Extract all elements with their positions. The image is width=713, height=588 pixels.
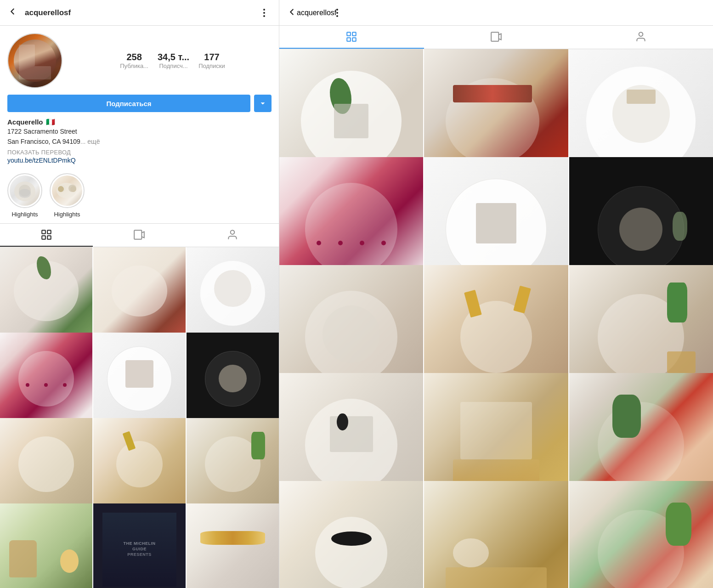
right-grid-cell[interactable] — [424, 481, 568, 588]
following-stat[interactable]: 177 Подписки — [198, 51, 225, 70]
svg-point-5 — [230, 230, 234, 234]
svg-rect-2 — [42, 236, 45, 239]
highlight-label-1: Highlights — [11, 211, 38, 218]
svg-rect-4 — [135, 230, 142, 239]
highlight-image-1 — [10, 175, 40, 206]
back-button[interactable] — [7, 6, 17, 19]
dot — [263, 12, 265, 14]
grid-cell[interactable] — [93, 333, 186, 425]
tab-igtv[interactable] — [93, 224, 186, 247]
restaurant-name: Acquerello — [7, 118, 43, 126]
right-panel: acquerellosf — [279, 0, 713, 588]
tagged-icon — [226, 229, 238, 241]
right-tabs — [279, 26, 713, 49]
right-photo-grid — [279, 49, 713, 588]
grid-cell[interactable] — [187, 503, 279, 588]
profile-stats: 258 Публика... 34,5 т... Подписч... 177 … — [74, 51, 272, 70]
subscribe-button[interactable]: Подписаться — [7, 95, 250, 112]
right-profile-username: acquerellosf — [297, 9, 336, 17]
avatar[interactable] — [7, 33, 62, 88]
highlight-image-2 — [52, 175, 82, 206]
bio-section: Acquerello 🇮🇹 1722 Sacramento Street San… — [0, 112, 279, 168]
svg-rect-0 — [42, 230, 45, 234]
dot — [263, 15, 265, 17]
address-city: San Francisco, CA 94109 — [7, 138, 80, 145]
highlight-inner-2 — [52, 175, 82, 206]
dot — [263, 9, 265, 11]
dot — [336, 12, 338, 14]
following-label: Подписки — [198, 62, 225, 70]
bio-link[interactable]: youtu.be/tzENLtDPmkQ — [7, 157, 272, 164]
grid-cell[interactable] — [0, 503, 92, 588]
bio-more[interactable]: ... ещё — [80, 138, 100, 145]
highlight-item-1[interactable]: Highlights — [7, 173, 42, 218]
left-header: acquerellosf — [0, 0, 279, 26]
svg-rect-6 — [347, 32, 351, 36]
grid-icon — [40, 229, 52, 241]
highlight-circle-1 — [7, 173, 42, 208]
posts-count: 258 — [126, 51, 141, 62]
svg-rect-9 — [352, 38, 356, 41]
right-grid-cell[interactable] — [279, 481, 423, 588]
left-photo-grid: THE MICHELIN GUIDEPRESENTS — [0, 247, 279, 588]
grid-cell[interactable] — [187, 418, 279, 510]
svg-rect-3 — [47, 236, 51, 239]
grid-cell[interactable] — [187, 333, 279, 425]
followers-stat[interactable]: 34,5 т... Подписч... — [158, 51, 189, 70]
subscribe-row: Подписаться — [7, 95, 272, 112]
right-tab-tagged[interactable] — [568, 26, 713, 49]
profile-top: 258 Публика... 34,5 т... Подписч... 177 … — [7, 33, 272, 88]
right-back-button[interactable] — [287, 7, 297, 19]
followers-label: Подписч... — [159, 62, 187, 70]
bio-name: Acquerello 🇮🇹 — [7, 118, 272, 126]
avatar-image — [8, 34, 62, 87]
highlight-label-2: Highlights — [54, 211, 80, 218]
flag-icon: 🇮🇹 — [46, 118, 55, 126]
svg-point-11 — [639, 32, 643, 36]
highlight-inner-1 — [10, 175, 40, 206]
dot — [336, 15, 338, 17]
followers-count: 34,5 т... — [158, 51, 189, 62]
svg-rect-7 — [352, 32, 356, 36]
right-more-options-button[interactable] — [336, 9, 338, 17]
profile-username: acquerellosf — [25, 8, 257, 17]
tab-grid[interactable] — [0, 224, 93, 247]
right-grid-icon — [345, 31, 357, 43]
subscribe-dropdown-button[interactable] — [254, 95, 272, 112]
tab-tagged[interactable] — [186, 224, 279, 247]
profile-section: 258 Публика... 34,5 т... Подписч... 177 … — [0, 26, 279, 112]
grid-cell[interactable] — [187, 247, 279, 339]
svg-rect-8 — [347, 38, 351, 41]
highlight-circle-2 — [50, 173, 85, 208]
show-translation[interactable]: ПОКАЗАТЬ ПЕРЕВОД — [7, 149, 272, 156]
grid-cell[interactable] — [0, 418, 92, 510]
dot — [336, 9, 338, 11]
posts-label: Публика... — [120, 62, 148, 70]
right-tab-igtv[interactable] — [424, 26, 569, 49]
posts-stat[interactable]: 258 Публика... — [120, 51, 148, 70]
right-igtv-icon — [490, 31, 502, 43]
right-header: acquerellosf — [279, 0, 713, 26]
grid-cell[interactable] — [93, 247, 186, 339]
igtv-icon — [133, 229, 145, 241]
left-panel: acquerellosf 258 Публика... — [0, 0, 279, 588]
left-tabs — [0, 223, 279, 247]
svg-rect-10 — [491, 32, 498, 41]
following-count: 177 — [204, 51, 219, 62]
bio-address-line1: 1722 Sacramento Street — [7, 126, 272, 136]
more-options-button[interactable] — [257, 6, 272, 20]
right-tagged-icon — [635, 31, 647, 43]
highlight-item-2[interactable]: Highlights — [50, 173, 85, 218]
grid-cell[interactable]: THE MICHELIN GUIDEPRESENTS — [93, 503, 186, 588]
right-tab-grid[interactable] — [279, 26, 424, 49]
svg-rect-1 — [47, 230, 51, 234]
bio-address-line2: San Francisco, CA 94109... ещё — [7, 136, 272, 147]
grid-cell[interactable] — [93, 418, 186, 510]
right-grid-cell[interactable] — [569, 481, 713, 588]
highlights-section: Highlights Highlights — [0, 168, 279, 223]
grid-cell[interactable] — [0, 247, 92, 339]
grid-cell[interactable] — [0, 333, 92, 425]
